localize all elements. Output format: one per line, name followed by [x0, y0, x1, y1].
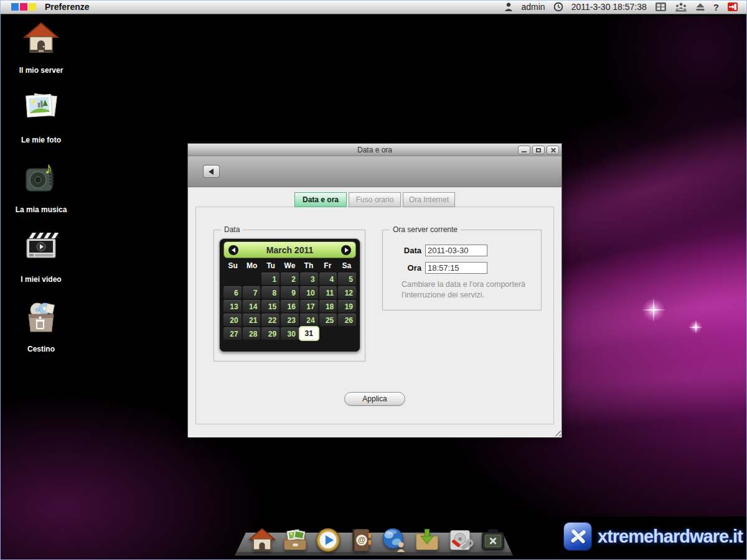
- calendar-day[interactable]: 25: [319, 314, 337, 326]
- tab[interactable]: Ora Internet: [403, 192, 455, 207]
- user-icon: [504, 2, 514, 12]
- clock-icon: [553, 2, 563, 12]
- calendar-day[interactable]: 26: [338, 314, 356, 326]
- calendar-day[interactable]: [243, 273, 261, 285]
- next-arrow-icon: [345, 248, 351, 253]
- calendar-day[interactable]: 21: [243, 314, 261, 326]
- desktop-icon-trash[interactable]: Cestino: [9, 299, 73, 353]
- help-button[interactable]: ?: [713, 2, 719, 12]
- back-arrow-icon: [205, 169, 214, 175]
- minimize-button[interactable]: [518, 146, 530, 154]
- calendar-day[interactable]: 27: [223, 327, 242, 340]
- maximize-icon: [536, 148, 541, 152]
- watermark: xtremehardware.it: [563, 522, 743, 551]
- close-button[interactable]: [547, 146, 559, 154]
- calendar-weekday-row: SuMoTuWeThFrSa: [223, 258, 356, 273]
- weekday-label: Su: [223, 261, 242, 270]
- dock-system-console-icon[interactable]: [479, 526, 507, 554]
- calendar-day[interactable]: 18: [319, 300, 337, 312]
- calendar-day[interactable]: 16: [281, 300, 299, 312]
- calendar-day[interactable]: 7: [243, 286, 261, 299]
- dock-web-icon[interactable]: [380, 526, 408, 554]
- tab[interactable]: Data e ora: [294, 192, 347, 207]
- calendar-day[interactable]: 1: [261, 273, 280, 285]
- desktop-icon-my-photos[interactable]: Le mie foto: [9, 90, 73, 144]
- calendar-day[interactable]: 13: [223, 300, 242, 312]
- calendar-month-label: March 2011: [266, 245, 314, 255]
- date-group-legend: Data: [221, 225, 243, 234]
- calendar-day[interactable]: 8: [261, 286, 280, 299]
- calendar-day[interactable]: 6: [223, 286, 242, 299]
- calendar-day[interactable]: 29: [261, 327, 280, 340]
- date-groupbox: Data March 2011 SuMoTuWeThFrSa 12345678: [214, 230, 365, 362]
- logo-square-blue: [11, 3, 19, 11]
- desktop-icon-my-music[interactable]: ♪ La mia musica: [9, 160, 73, 214]
- calendar-day[interactable]: 10: [300, 286, 318, 299]
- home-icon: [23, 21, 59, 57]
- calendar-day[interactable]: 4: [319, 273, 337, 285]
- calendar-day[interactable]: 9: [281, 286, 299, 299]
- page-title: Preferenze: [45, 2, 90, 12]
- calendar: March 2011 SuMoTuWeThFrSa 12345678910111…: [219, 238, 360, 352]
- dock-photos-icon[interactable]: [281, 526, 309, 554]
- time-field-label: Ora: [383, 263, 425, 273]
- calendar-day[interactable]: 3: [300, 273, 318, 285]
- desktop-icon-my-videos[interactable]: I miei video: [9, 230, 73, 284]
- app-grid-icon[interactable]: [655, 2, 667, 12]
- calendar-day[interactable]: 11: [319, 286, 337, 299]
- prev-month-button[interactable]: [228, 245, 238, 255]
- window-toolbar: [188, 156, 561, 187]
- window-titlebar[interactable]: Data e ora: [188, 144, 561, 156]
- svg-text:♪: ♪: [45, 160, 53, 177]
- calendar-day[interactable]: 30: [281, 327, 299, 340]
- calendar-day[interactable]: [319, 327, 337, 340]
- apply-button[interactable]: Applica: [344, 392, 405, 406]
- calendar-day[interactable]: 5: [338, 273, 356, 285]
- prev-arrow-icon: [229, 248, 235, 253]
- calendar-day[interactable]: 15: [261, 300, 280, 312]
- tab[interactable]: Fuso orario: [349, 192, 401, 207]
- date-field-label: Data: [383, 246, 425, 255]
- calendar-day[interactable]: 14: [243, 300, 261, 312]
- weekday-label: Th: [299, 261, 318, 270]
- calendar-day[interactable]: 20: [223, 314, 242, 326]
- desktop-icon-label: La mia musica: [16, 205, 67, 214]
- system-datetime: 2011-3-30 18:57:38: [571, 2, 647, 12]
- calendar-day[interactable]: 17: [300, 300, 318, 312]
- calendar-day[interactable]: [338, 327, 356, 340]
- date-time-window: Data e ora Data e oraFuso orarioOra Inte…: [187, 143, 562, 437]
- connections-icon[interactable]: [675, 2, 687, 12]
- close-icon: [550, 147, 556, 153]
- calendar-day[interactable]: 2: [281, 273, 299, 285]
- next-month-button[interactable]: [341, 245, 351, 255]
- desktop-icon-my-server[interactable]: Il mio server: [9, 21, 73, 75]
- desktop-icon-label: Cestino: [27, 345, 55, 353]
- dock-storage-tools-icon[interactable]: [446, 526, 474, 554]
- desktop-screen: Preferenze admin 2011-3-30 18:57:38 ?: [0, 0, 747, 560]
- calendar-day[interactable]: [223, 273, 242, 285]
- eject-icon[interactable]: [695, 2, 705, 11]
- sparkle: [641, 297, 666, 322]
- tab-bar: Data e oraFuso orarioOra Internet: [188, 192, 561, 207]
- date-input[interactable]: [425, 245, 487, 256]
- time-input[interactable]: [425, 262, 487, 274]
- logout-icon[interactable]: [727, 2, 738, 12]
- top-menu-bar: Preferenze admin 2011-3-30 18:57:38 ?: [0, 0, 747, 14]
- dock-contacts-icon[interactable]: @: [347, 526, 375, 554]
- desktop-icon-label: Il mio server: [19, 66, 63, 75]
- logged-in-user[interactable]: admin: [522, 2, 545, 12]
- dock-home-icon[interactable]: [248, 526, 276, 554]
- weekday-label: Mo: [242, 261, 261, 270]
- dock-media-player-icon[interactable]: [314, 526, 342, 554]
- calendar-day[interactable]: 19: [338, 300, 356, 312]
- calendar-day[interactable]: 12: [338, 286, 356, 299]
- calendar-day[interactable]: 22: [261, 314, 280, 326]
- back-button[interactable]: [203, 165, 220, 178]
- logo-square-pink: [20, 3, 27, 11]
- dock-download-icon[interactable]: [413, 526, 441, 554]
- calendar-day[interactable]: 23: [281, 314, 299, 326]
- calendar-day[interactable]: 24: [300, 314, 318, 326]
- calendar-day[interactable]: 31: [300, 327, 318, 340]
- maximize-button[interactable]: [532, 146, 545, 154]
- calendar-day[interactable]: 28: [243, 327, 261, 340]
